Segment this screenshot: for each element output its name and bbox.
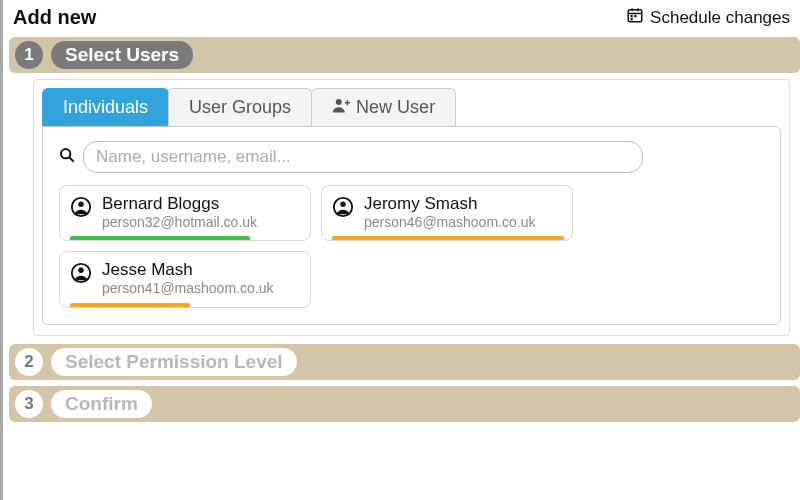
svg-rect-6 <box>631 18 633 20</box>
select-users-panel: Individuals User Groups New User <box>33 79 790 336</box>
step-2-title-pill: Select Permission Level <box>51 348 297 376</box>
user-info: Jeromy Smashperson46@mashoom.co.uk <box>364 194 535 240</box>
user-info: Bernard Bloggsperson32@hotmail.co.uk <box>102 194 257 240</box>
svg-rect-9 <box>347 100 349 105</box>
step-2-title: Select Permission Level <box>65 351 283 372</box>
user-status-bar <box>70 303 190 307</box>
user-status-bar <box>70 236 250 240</box>
user-avatar-icon <box>70 196 92 218</box>
tab-individuals-label: Individuals <box>63 97 148 118</box>
step-2-bar[interactable]: 2 Select Permission Level <box>9 344 800 380</box>
user-email: person41@mashoom.co.uk <box>102 280 273 297</box>
step-1-bar[interactable]: 1 Select Users <box>9 37 800 73</box>
svg-point-10 <box>61 149 70 158</box>
user-email: person46@mashoom.co.uk <box>364 214 535 231</box>
step-2-number: 2 <box>15 348 43 376</box>
user-avatar-icon <box>332 196 354 218</box>
user-card[interactable]: Jeromy Smashperson46@mashoom.co.uk <box>321 185 573 241</box>
user-avatar-icon <box>70 262 92 284</box>
step-3-title: Confirm <box>65 393 138 414</box>
user-status-bar <box>332 236 564 240</box>
header: Add new Schedule changes <box>9 0 800 37</box>
schedule-changes-link[interactable]: Schedule changes <box>626 6 790 29</box>
page-title: Add new <box>13 6 96 29</box>
schedule-changes-label: Schedule changes <box>650 8 790 28</box>
add-user-icon <box>332 97 350 118</box>
user-name: Jesse Mash <box>102 260 273 280</box>
user-info: Jesse Mashperson41@mashoom.co.uk <box>102 260 273 306</box>
step-3-bar[interactable]: 3 Confirm <box>9 386 800 422</box>
svg-point-13 <box>78 202 84 208</box>
step-1-title: Select Users <box>65 44 179 65</box>
svg-point-7 <box>336 99 342 105</box>
user-cards: Bernard Bloggsperson32@hotmail.co.ukJero… <box>59 185 764 308</box>
user-card[interactable]: Bernard Bloggsperson32@hotmail.co.uk <box>59 185 311 241</box>
step-3-title-pill: Confirm <box>51 390 152 418</box>
svg-rect-5 <box>634 15 636 17</box>
svg-point-17 <box>78 268 84 274</box>
tab-new-user[interactable]: New User <box>311 88 456 126</box>
step-1-number: 1 <box>15 41 43 69</box>
user-card[interactable]: Jesse Mashperson41@mashoom.co.uk <box>59 251 311 307</box>
svg-line-11 <box>69 157 74 162</box>
step-1-title-pill: Select Users <box>51 41 193 69</box>
search-row <box>59 141 764 173</box>
step-3-number: 3 <box>15 390 43 418</box>
svg-point-15 <box>340 202 346 208</box>
tab-new-user-label: New User <box>356 97 435 118</box>
user-name: Bernard Bloggs <box>102 194 257 214</box>
svg-rect-4 <box>631 15 633 17</box>
search-input[interactable] <box>83 141 643 173</box>
calendar-icon <box>626 6 644 29</box>
user-email: person32@hotmail.co.uk <box>102 214 257 231</box>
user-name: Jeromy Smash <box>364 194 535 214</box>
tab-user-groups[interactable]: User Groups <box>168 88 312 126</box>
tab-individuals[interactable]: Individuals <box>42 88 169 126</box>
tab-user-groups-label: User Groups <box>189 97 291 118</box>
tab-body: Bernard Bloggsperson32@hotmail.co.ukJero… <box>42 126 781 325</box>
tabs: Individuals User Groups New User <box>42 88 781 126</box>
search-icon <box>59 147 75 167</box>
